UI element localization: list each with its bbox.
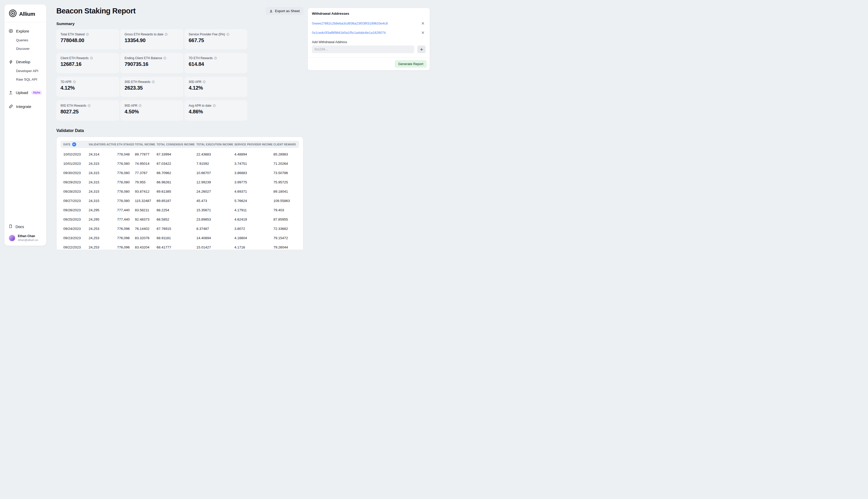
close-icon <box>421 22 425 25</box>
table-cell: 68.5852 <box>157 218 196 221</box>
table-cell: 83.43204 <box>135 245 157 249</box>
table-row: 10/02/202324,314778,04889.7787767.339942… <box>60 149 299 159</box>
table-cell: 24,253 <box>89 227 117 231</box>
stat-card: Avg APR to date 4.86% <box>184 100 247 121</box>
table-cell: 24,315 <box>89 199 117 203</box>
table-cell: 79.26044 <box>274 245 297 249</box>
sidebar-item-develop[interactable]: Develop <box>9 57 42 66</box>
stat-label: Gross ETH Rewards to date <box>124 33 163 36</box>
generate-report-button[interactable]: Generate Report <box>395 60 427 68</box>
sidebar-item-queries[interactable]: Queries <box>16 36 42 45</box>
table-cell: 24,315 <box>89 162 117 166</box>
info-icon <box>90 57 93 60</box>
stat-label: 90D ETH Rewards <box>60 104 86 108</box>
table-cell: 73.50786 <box>274 171 297 175</box>
table-cell: 76.14402 <box>135 227 157 231</box>
stat-value: 4.86% <box>189 109 243 115</box>
user-profile[interactable]: Ethan Chan ethan@allium.so <box>9 232 42 243</box>
remove-address-button[interactable] <box>420 21 426 26</box>
docs-label: Docs <box>15 225 24 229</box>
stat-label: 30D APR <box>189 80 201 84</box>
stat-label: 7D ETH Rewards <box>189 56 213 60</box>
table-cell: 23.89853 <box>196 218 234 221</box>
user-email: ethan@allium.so <box>18 239 38 242</box>
avatar <box>9 234 15 242</box>
sidebar: Allium Explore Queries Discover Develop <box>4 4 47 246</box>
stat-label: Service Provider Fee (5%) <box>189 33 225 36</box>
column-header-date[interactable]: DATE <box>63 142 89 146</box>
table-cell: 4.16604 <box>234 236 274 240</box>
remove-address-button[interactable] <box>420 30 426 35</box>
sidebar-item-developer-api[interactable]: Developer API <box>16 66 42 75</box>
table-cell: 24,315 <box>89 180 117 184</box>
table-cell: 15.35671 <box>196 208 234 212</box>
add-address-button[interactable] <box>417 46 426 53</box>
upload-icon <box>9 90 13 95</box>
table-cell: 69.85187 <box>157 199 196 203</box>
table-cell: 09/28/2023 <box>63 190 89 193</box>
table-cell: 67.03422 <box>157 162 196 166</box>
table-cell: 24,253 <box>89 245 117 249</box>
stat-value: 8027.25 <box>60 109 115 115</box>
table-row: 09/30/202324,315778,08077.376766.7096210… <box>60 168 299 178</box>
table-cell: 09/24/2023 <box>63 227 89 231</box>
validator-table: DATE VALIDATORS ACTIVE ETH STAKED TOTAL … <box>56 137 303 250</box>
sidebar-item-integrate[interactable]: Integrate <box>9 101 42 111</box>
withdrawal-address-link[interactable]: 0x1cedc0f3af8f9841b0a1f5c1a4ddc6e1a16290… <box>312 31 386 35</box>
column-header: CLIENT REWARD <box>274 143 297 146</box>
table-cell: 24.26027 <box>196 190 234 193</box>
table-cell: 09/27/2023 <box>63 199 89 203</box>
info-icon <box>165 33 168 36</box>
stat-label: Ending Client ETH Balance <box>124 56 162 60</box>
table-row: 09/22/202324,253776,09683.4320468.417771… <box>60 243 299 250</box>
info-icon <box>226 33 229 36</box>
user-name: Ethan Chan <box>18 234 38 238</box>
table-cell: 777,440 <box>117 218 135 221</box>
brand[interactable]: Allium <box>4 4 46 22</box>
info-icon <box>88 104 91 107</box>
plus-icon <box>420 48 423 51</box>
table-cell: 24,295 <box>89 218 117 221</box>
download-icon <box>269 9 273 13</box>
info-icon <box>86 33 89 36</box>
sidebar-item-upload[interactable]: Upload Alpha <box>9 88 42 97</box>
table-cell: 15.01427 <box>196 245 234 249</box>
sidebar-item-discover[interactable]: Discover <box>16 45 42 53</box>
validator-table-header: DATE VALIDATORS ACTIVE ETH STAKED TOTAL … <box>60 141 299 148</box>
stat-value: 667.75 <box>189 37 243 44</box>
withdrawal-address-input[interactable] <box>312 46 414 53</box>
export-as-sheet-button[interactable]: Export as Sheet <box>266 7 303 15</box>
table-cell: 3.74751 <box>234 162 274 166</box>
table-cell: 776,096 <box>117 227 135 231</box>
column-header: TOTAL CONSENSUS INCOME <box>157 143 196 146</box>
column-header: TOTAL INCOME <box>135 143 157 146</box>
table-row: 09/25/202324,295777,44092.4837368.585223… <box>60 215 299 224</box>
brand-name: Allium <box>19 11 35 17</box>
column-label: DATE <box>63 143 71 146</box>
stat-value: 4.12% <box>189 85 243 91</box>
table-cell: 09/26/2023 <box>63 208 89 212</box>
table-cell: 85.28983 <box>274 153 297 156</box>
document-icon <box>9 224 13 229</box>
table-cell: 83.58211 <box>135 208 157 212</box>
sidebar-item-docs[interactable]: Docs <box>9 222 42 232</box>
chevron-down-icon[interactable] <box>72 142 76 146</box>
table-cell: 66.70962 <box>157 171 196 175</box>
table-cell: 68.41777 <box>157 245 196 249</box>
stat-label: Total ETH Staked <box>60 33 84 36</box>
withdrawal-address-link[interactable]: 0xeee27662c2b8eba3cd936a23f039f3189633e4… <box>312 22 388 25</box>
table-cell: 09/30/2023 <box>63 171 89 175</box>
withdrawal-panel-title: Withdrawal Addresses <box>308 8 430 19</box>
table-row: 10/01/202324,315778,08074.9501467.034227… <box>60 159 299 168</box>
stat-card: Total ETH Staked 778048.00 <box>56 29 119 49</box>
table-cell: 778,080 <box>117 171 135 175</box>
stat-card: Gross ETH Rewards to date 13354.90 <box>120 29 183 49</box>
table-cell: 09/23/2023 <box>63 236 89 240</box>
sidebar-item-label: Integrate <box>16 104 31 109</box>
sidebar-item-raw-sql-api[interactable]: Raw SQL API <box>16 75 42 84</box>
table-cell: 92.48373 <box>135 218 157 221</box>
validator-section-title: Validator Data <box>56 129 303 133</box>
sidebar-item-explore[interactable]: Explore <box>9 26 42 36</box>
table-cell: 77.3767 <box>135 171 157 175</box>
validator-table-body: 10/02/202324,314778,04889.7787767.339942… <box>60 149 299 250</box>
